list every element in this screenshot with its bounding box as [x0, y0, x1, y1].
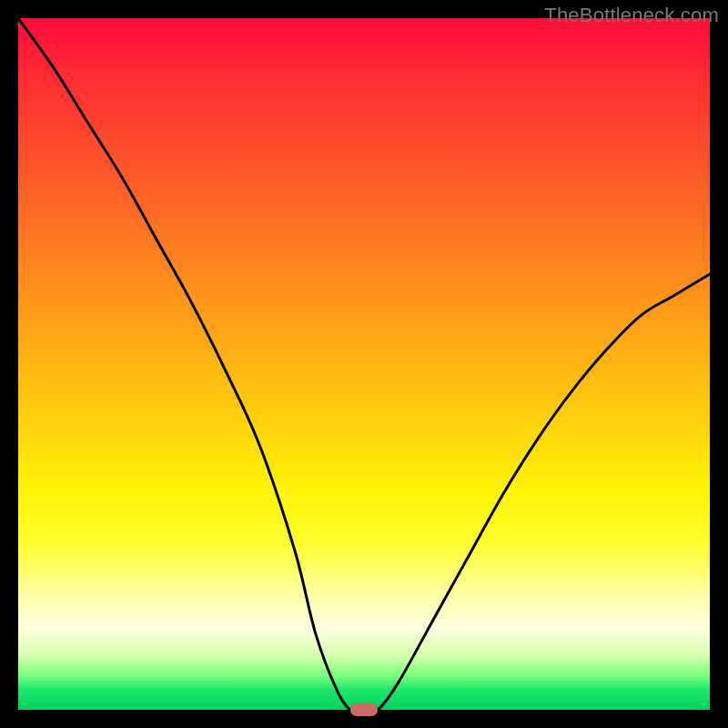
optimal-marker	[350, 703, 378, 716]
chart-frame: TheBottleneck.com	[0, 0, 728, 728]
plot-area	[18, 18, 710, 710]
bottleneck-curve	[18, 18, 710, 710]
watermark-text: TheBottleneck.com	[544, 4, 719, 27]
